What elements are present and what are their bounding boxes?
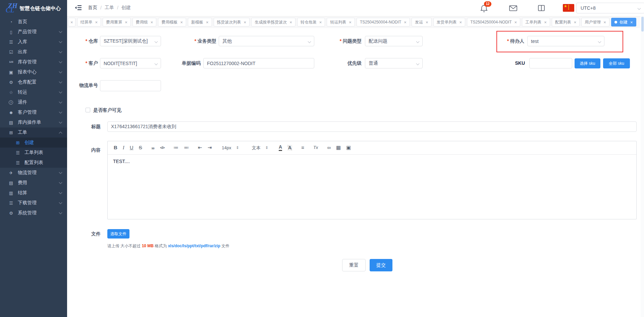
tab-close-icon[interactable]: × <box>603 20 606 24</box>
sidebar-item-退件[interactable]: ?退件 <box>0 97 67 107</box>
sidebar-item-下载管理[interactable]: ☰下载管理 <box>0 198 67 208</box>
clear-format-icon[interactable]: Tx <box>313 145 318 150</box>
sku-input[interactable] <box>529 58 572 68</box>
sidebar-subitem-配置列表[interactable]: ☰配置列表 <box>0 158 67 168</box>
customer-select[interactable]: NODIT[TESTIT] <box>100 58 161 68</box>
tab-close-icon[interactable]: × <box>319 20 322 24</box>
sidebar-item-物流管理[interactable]: ✈物流管理 <box>0 168 67 178</box>
tab-费用组[interactable]: 费用组× <box>132 18 157 27</box>
sidebar-item-客户管理[interactable]: ☻客户管理 <box>0 107 67 117</box>
font-size-select[interactable]: 14px ⇕ <box>222 145 239 150</box>
language-flag-icon[interactable] <box>563 4 574 12</box>
font-color-icon[interactable]: A <box>279 145 282 151</box>
tab-转运列表[interactable]: 转运列表× <box>327 18 355 27</box>
select-sku-button[interactable]: 选择 sku <box>575 58 600 68</box>
columns-panel-icon[interactable] <box>538 5 545 11</box>
warehouse-select[interactable]: SZTEST[深圳测试仓] <box>100 36 161 46</box>
sidebar-item-报表中心[interactable]: ▣报表中心 <box>0 67 67 77</box>
align-icon[interactable]: ≡ <box>301 145 304 151</box>
collapse-menu-icon[interactable] <box>75 5 82 11</box>
tab-结算单[interactable]: 结算单× <box>77 18 101 27</box>
priority-select[interactable]: 普通 <box>365 58 423 68</box>
strikethrough-icon[interactable]: S <box>139 145 142 151</box>
tab-close-icon[interactable]: × <box>426 20 428 24</box>
sidebar-item-出库[interactable]: ☑出库 <box>0 47 67 57</box>
tab-close-icon[interactable]: × <box>180 20 183 24</box>
tab-发货单列表[interactable]: 发货单列表× <box>433 18 466 27</box>
tab-close-icon[interactable]: × <box>574 20 577 24</box>
sidebar-subitem-工单列表[interactable]: ☰工单列表 <box>0 148 67 158</box>
sidebar-item-系统管理[interactable]: ⚙系统管理 <box>0 208 67 218</box>
sidebar-item-库存管理[interactable]: 123库存管理 <box>0 57 67 67</box>
tab-close-icon[interactable]: × <box>544 20 547 24</box>
tab-close-icon[interactable]: × <box>630 20 633 24</box>
breadcrumb-create[interactable]: 创建 <box>121 5 131 11</box>
sidebar-item-入库[interactable]: ☰入库 <box>0 37 67 47</box>
tab-close-icon[interactable]: × <box>125 20 127 24</box>
video-icon[interactable]: ▦ <box>336 145 341 151</box>
tracking-no-input[interactable] <box>100 80 161 91</box>
outdent-icon[interactable]: ⇤ <box>198 145 202 151</box>
italic-icon[interactable]: I <box>123 145 124 151</box>
sidebar-item-库内操作单[interactable]: ▤库内操作单 <box>0 117 67 127</box>
editor-content[interactable]: TEST.... <box>108 155 636 219</box>
bold-icon[interactable]: B <box>114 145 117 151</box>
tab-发运[interactable]: 发运× <box>412 18 432 27</box>
tab-TS2504250004-NODIT[interactable]: TS2504250004-NODIT× <box>467 18 520 27</box>
tab-生成按单拣货波次[interactable]: 生成按单拣货波次× <box>251 18 296 27</box>
tab-close-icon[interactable]: × <box>404 20 407 24</box>
tab-close-icon[interactable]: × <box>206 20 209 24</box>
sidebar-item-工单[interactable]: ⊞工单 <box>0 127 67 138</box>
tab-close-icon[interactable]: × <box>244 20 247 24</box>
indent-icon[interactable]: ⇥ <box>208 145 212 151</box>
tab-close-icon[interactable]: × <box>460 20 462 24</box>
reset-button[interactable]: 重置 <box>342 259 366 271</box>
tab-close-icon[interactable]: × <box>515 20 517 24</box>
assignee-select[interactable]: test <box>527 36 604 46</box>
sidebar-item-首页[interactable]: ◔首页 <box>0 17 67 27</box>
tab-TS2504250004-NODIT[interactable]: TS2504250004-NODIT× <box>357 18 410 27</box>
underline-icon[interactable]: U <box>130 145 133 151</box>
doc-code-input[interactable] <box>203 58 314 68</box>
sidebar-item-结算[interactable]: ▥结算 <box>0 188 67 198</box>
problem-type-select[interactable]: 配送问题 <box>365 36 423 46</box>
tab-工单列表[interactable]: 工单列表× <box>522 18 550 27</box>
tab-用户管理[interactable]: 用户管理× <box>581 18 609 27</box>
all-sku-button[interactable]: 全部 sku <box>603 58 630 68</box>
tab-close-icon[interactable]: × <box>349 20 352 24</box>
tab-close-icon[interactable]: × <box>151 20 153 24</box>
sidebar-item-产品管理[interactable]: ▯产品管理 <box>0 27 67 37</box>
timezone-select[interactable]: UTC+8 <box>576 3 644 13</box>
tab-创建[interactable]: 创建× <box>611 18 636 27</box>
mail-icon[interactable] <box>509 5 517 11</box>
select-file-button[interactable]: 选取文件 <box>107 229 129 239</box>
text-format-select[interactable]: 文本 ⇕ <box>252 145 268 151</box>
tab-费用模板[interactable]: 费用模板× <box>158 18 186 27</box>
tab-拣货波次列表[interactable]: 拣货波次列表× <box>214 18 250 27</box>
sidebar-item-仓库配置[interactable]: ⚙仓库配置 <box>0 77 67 87</box>
highlight-icon[interactable]: A <box>287 145 292 151</box>
sidebar-item-转运[interactable]: ☆转运 <box>0 87 67 97</box>
bullet-list-icon[interactable]: ≕ <box>184 145 189 151</box>
blockquote-icon[interactable]: ” <box>151 146 155 150</box>
title-input[interactable] <box>107 121 637 132</box>
link-icon[interactable]: ∞ <box>327 145 331 151</box>
sidebar-subitem-创建[interactable]: ⊞创建 <box>0 138 67 148</box>
image-icon[interactable]: ▣ <box>346 145 351 151</box>
business-type-select[interactable]: 其他 <box>219 36 314 46</box>
sidebar-item-费用[interactable]: ▤费用 <box>0 178 67 188</box>
tab-费用重算[interactable]: 费用重算× <box>103 18 131 27</box>
tab-partial[interactable]: × <box>68 18 75 27</box>
customer-visible-checkbox[interactable] <box>86 108 90 112</box>
breadcrumb-workorder[interactable]: 工单 <box>105 5 114 11</box>
tab-配置列表[interactable]: 配置列表× <box>552 18 580 27</box>
tab-新模板[interactable]: 新模板× <box>188 18 212 27</box>
tab-close-icon[interactable]: × <box>95 20 98 24</box>
ordered-list-icon[interactable]: ≔ <box>173 145 178 151</box>
code-icon[interactable]: </> <box>160 146 164 150</box>
breadcrumb-home[interactable]: 首页 <box>88 5 97 11</box>
tab-转仓包装[interactable]: 转仓包装× <box>297 18 325 27</box>
tab-close-icon[interactable]: × <box>70 20 73 24</box>
scrollbar-thumb[interactable] <box>641 17 644 32</box>
submit-button[interactable]: 提交 <box>370 259 392 271</box>
